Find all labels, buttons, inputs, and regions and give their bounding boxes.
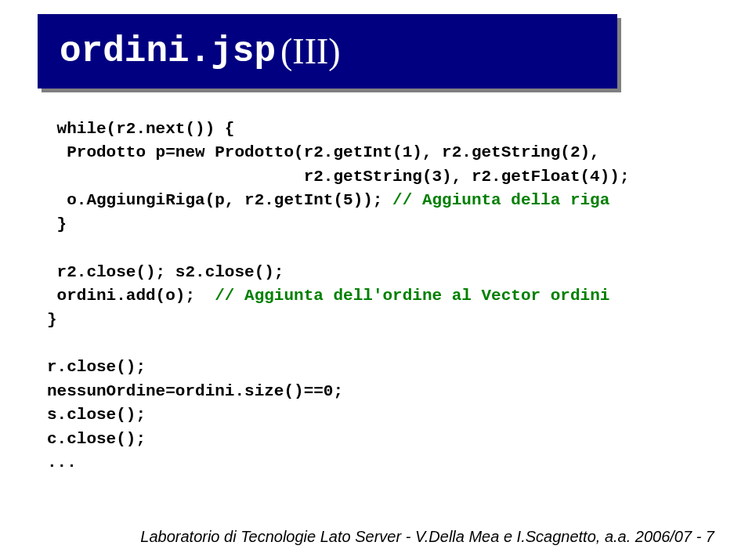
code-comment: // Aggiunta della riga [392, 191, 609, 209]
code-line: } [47, 311, 57, 329]
code-block: while(r2.next()) { Prodotto p=new Prodot… [47, 117, 705, 475]
slide-title-bar: ordini.jsp (III) [38, 14, 617, 89]
code-line: Prodotto p=new Prodotto(r2.getInt(1), r2… [47, 143, 600, 161]
code-line: nessunOrdine=ordini.size()==0; [47, 382, 343, 400]
code-comment: // Aggiunta dell'ordine al Vector ordini [215, 287, 609, 305]
code-line: r.close(); [47, 358, 146, 376]
title-roman: (III) [280, 31, 341, 72]
code-line: r2.close(); s2.close(); [47, 263, 284, 281]
slide-footer: Laboratorio di Tecnologie Lato Server - … [140, 528, 714, 546]
code-line: ... [47, 453, 77, 471]
code-line: s.close(); [47, 406, 146, 424]
code-line: r2.getString(3), r2.getFloat(4)); [47, 168, 630, 186]
code-line: while(r2.next()) { [47, 120, 234, 138]
code-line: ordini.add(o); [47, 287, 215, 305]
code-line: } [47, 215, 67, 233]
code-line: c.close(); [47, 430, 146, 448]
code-line: o.AggiungiRiga(p, r2.getInt(5)); [47, 191, 392, 209]
title-code: ordini.jsp [60, 31, 276, 72]
